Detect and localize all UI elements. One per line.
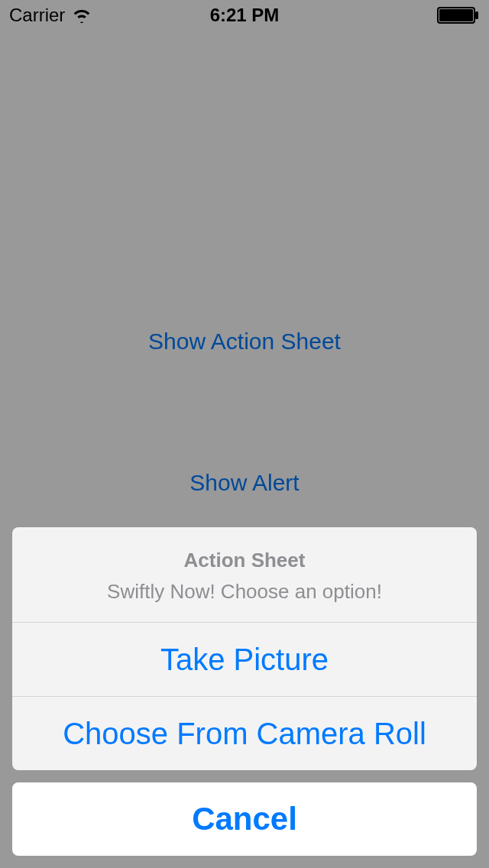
choose-from-camera-roll-button[interactable]: Choose From Camera Roll [12, 696, 477, 770]
take-picture-button[interactable]: Take Picture [12, 622, 477, 696]
action-sheet-title: Action Sheet [28, 549, 461, 572]
action-sheet-header: Action Sheet Swiftly Now! Choose an opti… [12, 527, 477, 622]
svg-rect-1 [439, 9, 473, 21]
wifi-icon [71, 8, 92, 23]
show-alert-button[interactable]: Show Alert [0, 470, 489, 496]
action-sheet: Action Sheet Swiftly Now! Choose an opti… [12, 527, 477, 856]
action-sheet-message: Swiftly Now! Choose an option! [28, 580, 461, 604]
status-time: 6:21 PM [210, 5, 280, 26]
action-sheet-main-group: Action Sheet Swiftly Now! Choose an opti… [12, 527, 477, 770]
svg-rect-2 [475, 11, 478, 19]
carrier-label: Carrier [9, 5, 65, 26]
action-sheet-cancel-group: Cancel [12, 782, 477, 856]
battery-icon [437, 7, 480, 24]
status-bar: Carrier 6:21 PM [0, 0, 489, 31]
cancel-button[interactable]: Cancel [12, 782, 477, 856]
show-action-sheet-button[interactable]: Show Action Sheet [0, 329, 489, 355]
